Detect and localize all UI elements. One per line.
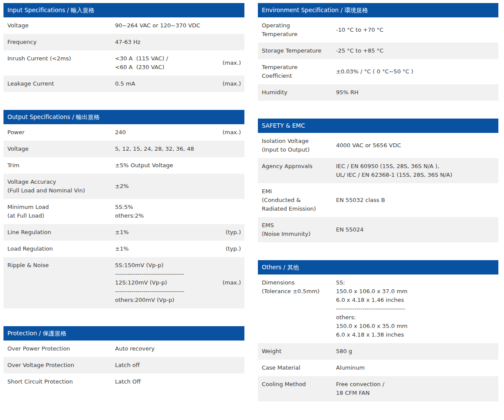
text-line: Temperature [262,30,333,39]
table-row: Minimum Load(at Full Load) 5S:5%others:2… [3,199,244,224]
text-line: (Noise Immunity) [262,230,333,238]
table-body: Isolation Voltage(Input to Output) 4000 … [258,133,498,242]
spec-table: Environment Specification / 環境規格 Operati… [258,3,498,101]
table-row: Over Power Protection Auto recovery [3,341,244,357]
table-body: Dimensions(Tolerance ±0.5mm) 5S:150.0 x … [258,274,498,401]
text-line: ±2% [115,182,239,191]
spec-table: Protection / 保護規格 Over Power Protection … [3,326,244,390]
table-row: OperatingTemperature -10 °C to +70 °C [258,17,498,43]
spec-label: Ripple & Noise [7,257,115,308]
text-line: Inrush Current (<2ms) [7,54,112,63]
text-line: Humidity [262,88,333,97]
text-line: Leakage Current [7,79,112,88]
section-title: Others / 其他 [262,264,299,271]
table-body: Voltage 90~264 VAC or 120~370 VDC Freque… [3,17,244,92]
text-line: Isolation Voltage [262,137,333,146]
spec-label: Humidity [262,84,336,101]
table-body: Power 240 (max.) Voltage 5, 12, 15, 24, … [3,124,244,308]
text-line: Frequency [7,38,112,46]
spec-value: ±2% [115,174,241,199]
text-line: Aluminum [336,364,493,372]
spec-value: 95% RH [336,84,495,101]
text-line: 90~264 VAC or 120~370 VDC [115,21,239,30]
spec-label: TemperatureCoefficient [262,59,336,84]
table-row: Power 240 (max.) [3,124,244,141]
text-line: EN 55024 [336,225,493,234]
spec-value: 5, 12, 15, 24, 28, 32, 36, 48 [115,141,241,157]
text-line: Radiated Emission) [262,205,333,213]
text-line: Coefficient [262,72,333,80]
section-header: Output Specifications / 輸出規格 [3,110,244,124]
text-line: ±1% [115,245,224,253]
spec-value: 90~264 VAC or 120~370 VDC [115,17,241,34]
spec-label: EMI(Conducted &Radiated Emission) [262,183,336,217]
spec-label: Over Voltage Protection [7,357,115,374]
text-line: (Tolerance ±0.5mm) [262,287,333,296]
spec-value: ±1% [115,241,226,257]
spec-value: ±5% Output Voltage [115,157,241,174]
text-line: 150.0 x 106.0 x 35.0 mm [336,322,493,331]
spec-value: EN 55032 class B [336,183,495,217]
spec-value: <30 A (115 VAC) /<60 A (230 VAC) [115,50,222,76]
text-line: Temperature [262,63,333,72]
text-line: Load Regulation [7,245,112,253]
spec-label: OperatingTemperature [262,17,336,43]
spec-label: Inrush Current (<2ms) [7,50,115,76]
section-header: Environment Specification / 環境規格 [258,3,498,17]
spec-value: -25 °C to +85 °C [336,43,495,59]
spec-label: Trim [7,157,115,174]
table-body: OperatingTemperature -10 °C to +70 °C St… [258,17,498,101]
text-line: ±0.03% / °C ( 0 °C~50 °C ) [336,67,493,76]
spec-note: (max.) [222,76,241,92]
spec-value: IEC / EN 60950 (15S, 28S, 36S N/A ),UL/ … [336,158,495,183]
table-row: Over Voltage Protection Latch off [3,357,244,374]
spec-table: Output Specifications / 輸出規格 Power 240 (… [3,110,244,308]
spec-value: -10 °C to +70 °C [336,17,495,43]
table-row: Inrush Current (<2ms) <30 A (115 VAC) /<… [3,50,244,76]
spec-label: Storage Temperature [262,43,336,59]
table-row: Voltage 5, 12, 15, 24, 28, 32, 36, 48 [3,141,244,157]
spec-label: Frequency [7,34,115,50]
text-line: Over Power Protection [7,344,112,353]
spec-label: Minimum Load(at Full Load) [7,199,115,224]
text-line: 5S:5% [115,203,239,212]
text-line: others:200mV (Vp-p) [115,296,221,304]
text-line: Latch Off [115,377,239,386]
text-line: <60 A (230 VAC) [115,63,221,72]
text-line: Dimensions [262,278,333,287]
text-line: Short Circuit Protection [7,377,112,386]
spec-note: (typ.) [226,241,241,257]
section-header: SAFETY & EMC [258,119,498,133]
text-line: Power [7,128,112,137]
text-line: 47-63 Hz [115,38,239,46]
spec-label: Agency Approvals [262,158,336,183]
spec-value: 4000 VAC or 5656 VDC [336,133,495,158]
spec-label: Case Material [262,360,336,376]
spec-label: Over Power Protection [7,341,115,357]
text-line: Over Voltage Protection [7,361,112,370]
table-row: Dimensions(Tolerance ±0.5mm) 5S:150.0 x … [258,274,498,343]
spec-value: ±0.03% / °C ( 0 °C~50 °C ) [336,59,495,84]
spec-value: EN 55024 [336,217,495,242]
text-line: ±1% [115,228,224,237]
spec-value: 0.5 mA [115,76,222,92]
table-row: Humidity 95% RH [258,84,498,101]
table-row: Isolation Voltage(Input to Output) 4000 … [258,133,498,158]
spec-value: Latch Off [115,374,241,390]
text-line: Operating [262,21,333,30]
right-column: Environment Specification / 環境規格 Operati… [258,3,498,419]
text-line: Voltage Accuracy [7,178,112,186]
text-line: Free convection / [336,380,493,389]
text-line: (Input to Output) [262,146,333,154]
spec-value: ±1% [115,224,226,241]
table-row: Cooling Method Free convection /18 CFM F… [258,376,498,401]
spec-note: (max.) [222,124,241,141]
spec-table: Input Specifications / 輸入規格 Voltage 90~2… [3,3,244,92]
text-line: 4000 VAC or 5656 VDC [336,141,493,150]
table-row: Storage Temperature -25 °C to +85 °C [258,43,498,59]
spec-value: 5S:150.0 x 106.0 x 37.0 mm6.0 x 4.18 x 1… [336,274,495,343]
table-row: Trim ±5% Output Voltage [3,157,244,174]
text-line: others:2% [115,212,239,220]
spec-table: Others / 其他 Dimensions(Tolerance ±0.5mm)… [258,260,498,401]
table-row: TemperatureCoefficient ±0.03% / °C ( 0 °… [258,59,498,84]
